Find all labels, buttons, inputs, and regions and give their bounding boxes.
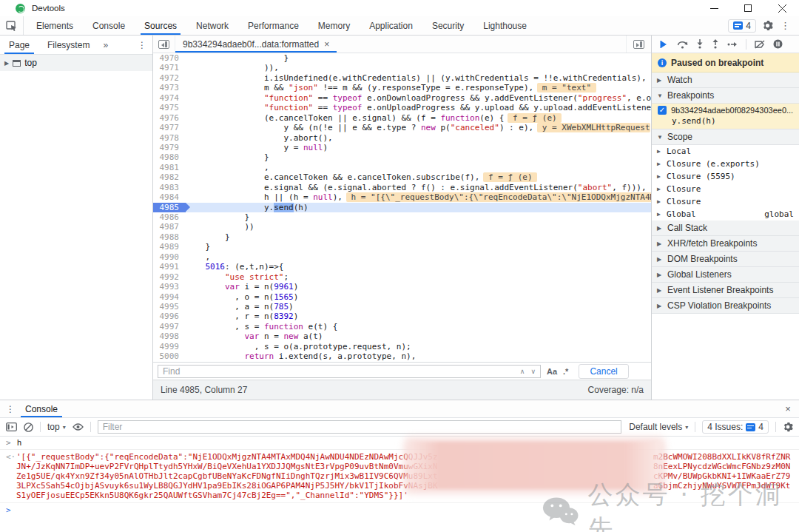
line-number[interactable]: 4988 bbox=[153, 232, 186, 242]
navigator-tab-page[interactable]: Page bbox=[0, 36, 38, 54]
tab-sources[interactable]: Sources bbox=[135, 16, 186, 35]
line-number[interactable]: 4977 bbox=[153, 123, 186, 132]
line-number[interactable]: 4983 bbox=[153, 183, 186, 192]
breakpoint-entry[interactable]: ✓9b334294adaeb0f08294303ee0...y.send(h) bbox=[652, 104, 799, 129]
line-number[interactable]: 4981 bbox=[153, 163, 186, 172]
scope-item-closure[interactable]: ▶Closure bbox=[652, 195, 799, 208]
hide-navigator-button[interactable] bbox=[153, 36, 175, 53]
cancel-button[interactable]: Cancel bbox=[579, 364, 628, 379]
section-xhr-fetch-breakpoints[interactable]: ▶XHR/fetch Breakpoints bbox=[652, 236, 799, 252]
section-call-stack[interactable]: ▶Call Stack bbox=[652, 220, 799, 236]
section-csp-violation-breakpoints[interactable]: ▶CSP Violation Breakpoints bbox=[652, 298, 799, 314]
console-settings-button[interactable] bbox=[783, 422, 793, 432]
expand-arrow-icon[interactable]: ▶ bbox=[657, 198, 663, 205]
issues-badge[interactable]: 4 bbox=[728, 19, 756, 33]
line-number[interactable]: 4991 bbox=[153, 262, 186, 272]
line-number[interactable]: 4971 bbox=[153, 63, 186, 73]
scope-item-closure[interactable]: ▶Closure bbox=[652, 183, 799, 195]
step-out-button[interactable] bbox=[712, 39, 719, 49]
line-number[interactable]: 4999 bbox=[153, 342, 186, 351]
breakpoint-checkbox[interactable]: ✓ bbox=[658, 106, 667, 115]
line-number[interactable]: 4989 bbox=[153, 242, 186, 252]
line-number[interactable]: 4994 bbox=[153, 292, 186, 302]
line-number[interactable]: 4984 bbox=[153, 192, 186, 202]
match-case-button[interactable]: Aa bbox=[547, 367, 557, 376]
resume-button[interactable] bbox=[659, 40, 669, 49]
line-number[interactable]: 4972 bbox=[153, 73, 186, 83]
section-scope[interactable]: ▼Scope bbox=[652, 129, 799, 145]
line-number[interactable]: 4996 bbox=[153, 312, 186, 321]
line-number[interactable]: 4992 bbox=[153, 272, 186, 282]
line-number[interactable]: 4993 bbox=[153, 282, 186, 292]
expand-arrow-icon[interactable]: ▶ bbox=[657, 148, 663, 155]
section-dom-breakpoints[interactable]: ▶DOM Breakpoints bbox=[652, 252, 799, 267]
tab-memory[interactable]: Memory bbox=[309, 16, 360, 35]
close-drawer-button[interactable]: × bbox=[777, 400, 799, 417]
tab-application[interactable]: Application bbox=[360, 16, 422, 35]
navigator-menu-button[interactable]: ⋮ bbox=[132, 36, 152, 54]
settings-button[interactable] bbox=[762, 20, 773, 31]
tab-performance[interactable]: Performance bbox=[238, 16, 309, 35]
console-issues-badge[interactable]: 4 Issues: 4 bbox=[702, 420, 769, 434]
drawer-menu-button[interactable]: ⋮ bbox=[0, 400, 21, 417]
section-breakpoints[interactable]: ▼Breakpoints bbox=[652, 88, 799, 104]
section-event-listener-breakpoints[interactable]: ▶Event Listener Breakpoints bbox=[652, 283, 799, 298]
line-number[interactable]: 4970 bbox=[153, 53, 186, 63]
expand-arrow-icon[interactable]: ▶ bbox=[4, 60, 9, 67]
clear-console-button[interactable] bbox=[24, 422, 33, 432]
expand-arrow-icon[interactable]: ▶ bbox=[657, 211, 663, 218]
live-expression-button[interactable] bbox=[73, 423, 84, 431]
line-number[interactable]: 4974 bbox=[153, 93, 186, 103]
navigator-tab-filesystem[interactable]: Filesystem bbox=[38, 36, 98, 54]
console-tab[interactable]: Console bbox=[21, 400, 62, 417]
minimize-button[interactable] bbox=[697, 0, 731, 16]
tab-elements[interactable]: Elements bbox=[27, 16, 83, 35]
line-number[interactable]: 4998 bbox=[153, 331, 186, 341]
context-selector[interactable]: top ▾ bbox=[47, 422, 66, 432]
tab-network[interactable]: Network bbox=[186, 16, 238, 35]
expand-arrow-icon[interactable]: ▶ bbox=[657, 173, 663, 180]
log-level-selector[interactable]: Default levels ▾ bbox=[629, 422, 688, 432]
inspect-element-button[interactable] bbox=[0, 16, 24, 35]
expand-arrow-icon[interactable]: ▶ bbox=[657, 186, 663, 192]
file-tab[interactable]: 9b334294adaeb0f...data:formatted × bbox=[175, 36, 337, 53]
scope-item-local[interactable]: ▶Local bbox=[652, 145, 799, 158]
scope-item-global[interactable]: ▶Globalglobal bbox=[652, 208, 799, 220]
line-number[interactable]: 4976 bbox=[153, 113, 186, 123]
find-previous-icon[interactable]: ∧ bbox=[520, 368, 525, 375]
section-watch[interactable]: ▶Watch bbox=[652, 73, 799, 88]
tab-console[interactable]: Console bbox=[83, 16, 135, 35]
find-next-icon[interactable]: ∨ bbox=[530, 368, 536, 375]
pause-on-exceptions-button[interactable] bbox=[773, 39, 783, 49]
scope-item-closure-e-exports-[interactable]: ▶Closure (e.exports) bbox=[652, 158, 799, 170]
more-tabs-button[interactable]: » bbox=[98, 36, 112, 54]
line-number[interactable]: 4978 bbox=[153, 133, 186, 143]
expand-arrow-icon[interactable]: ▶ bbox=[657, 161, 663, 167]
line-number[interactable]: 4982 bbox=[153, 172, 186, 182]
line-number[interactable]: 4986 bbox=[153, 212, 186, 222]
scope-item-closure-5595-[interactable]: ▶Closure (5595) bbox=[652, 170, 799, 183]
line-number[interactable]: 4979 bbox=[153, 143, 186, 152]
tab-lighthouse[interactable]: Lighthouse bbox=[473, 16, 536, 35]
more-options-button[interactable]: ⋮ bbox=[779, 20, 792, 31]
show-debugger-button[interactable] bbox=[626, 36, 651, 53]
maximize-button[interactable] bbox=[731, 0, 765, 16]
close-button[interactable] bbox=[765, 0, 799, 16]
frame-tree-item-top[interactable]: ▶ top bbox=[0, 55, 152, 71]
line-number[interactable]: 4980 bbox=[153, 152, 186, 162]
console-sidebar-button[interactable] bbox=[6, 422, 17, 431]
line-number[interactable]: 4973 bbox=[153, 83, 186, 92]
line-number[interactable]: 4987 bbox=[153, 222, 186, 232]
step-button[interactable] bbox=[727, 41, 738, 48]
source-code-view[interactable]: 4970 }4971 )),4972 i.isUndefined(e.withC… bbox=[153, 53, 651, 362]
line-number[interactable]: 5000 bbox=[153, 351, 186, 361]
step-into-button[interactable] bbox=[696, 39, 704, 49]
execution-line-number[interactable]: 4985 bbox=[153, 203, 186, 212]
deactivate-breakpoints-button[interactable] bbox=[755, 40, 765, 49]
tab-security[interactable]: Security bbox=[422, 16, 473, 35]
line-number[interactable]: 4997 bbox=[153, 322, 186, 331]
section-global-listeners[interactable]: ▶Global Listeners bbox=[652, 267, 799, 283]
line-number[interactable]: 4990 bbox=[153, 252, 186, 262]
find-input[interactable]: Find ∧ ∨ bbox=[158, 365, 541, 378]
line-number[interactable]: 4995 bbox=[153, 302, 186, 312]
